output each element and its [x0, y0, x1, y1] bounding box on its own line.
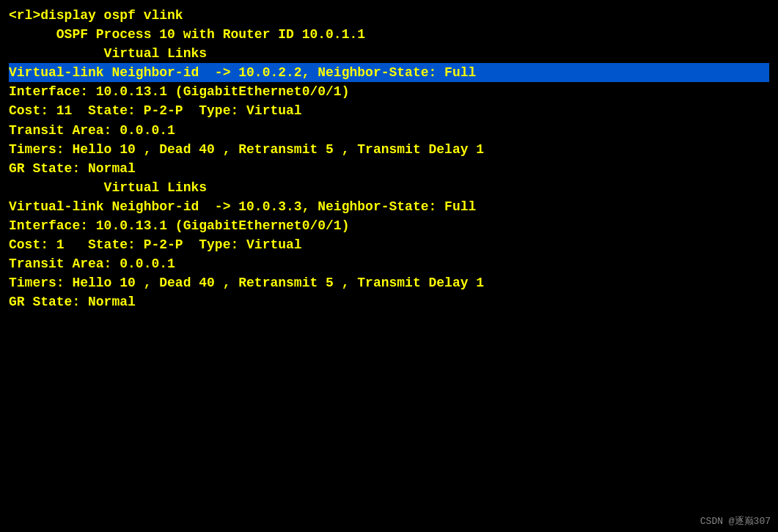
terminal-line: Virtual Links	[9, 44, 769, 63]
terminal-line: <rl>display ospf vlink	[9, 6, 769, 25]
terminal-line: GR State: Normal	[9, 292, 769, 311]
terminal-line: Timers: Hello 10 , Dead 40 , Retransmit …	[9, 273, 769, 292]
terminal-window: <rl>display ospf vlink OSPF Process 10 w…	[0, 0, 778, 532]
terminal-line: GR State: Normal	[9, 159, 769, 178]
terminal-line: Cost: 11 State: P-2-P Type: Virtual	[9, 101, 769, 120]
terminal-line: Virtual-link Neighbor-id -> 10.0.2.2, Ne…	[9, 63, 769, 82]
terminal-line: Cost: 1 State: P-2-P Type: Virtual	[9, 235, 769, 254]
terminal-line: Transit Area: 0.0.0.1	[9, 121, 769, 140]
terminal-line: OSPF Process 10 with Router ID 10.0.1.1	[9, 25, 769, 44]
watermark: CSDN @逐巅307	[700, 514, 771, 528]
terminal-line: Transit Area: 0.0.0.1	[9, 254, 769, 273]
terminal-line: Timers: Hello 10 , Dead 40 , Retransmit …	[9, 140, 769, 159]
terminal-line: Virtual Links	[9, 178, 769, 197]
terminal-line: Interface: 10.0.13.1 (GigabitEthernet0/0…	[9, 216, 769, 235]
terminal-line: Interface: 10.0.13.1 (GigabitEthernet0/0…	[9, 82, 769, 101]
terminal-line: Virtual-link Neighbor-id -> 10.0.3.3, Ne…	[9, 197, 769, 216]
